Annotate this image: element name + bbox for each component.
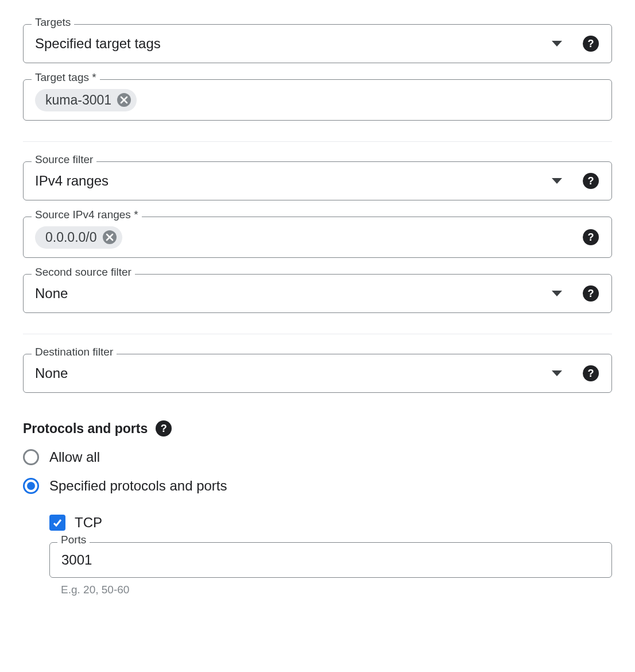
- chevron-down-icon: [552, 291, 562, 296]
- destination-filter-value: None: [35, 365, 548, 381]
- source-filter-select[interactable]: Source filter IPv4 ranges ?: [23, 161, 612, 200]
- help-icon[interactable]: ?: [583, 229, 599, 245]
- protocols-label: Protocols and ports: [23, 421, 148, 437]
- tcp-ports-input[interactable]: Ports 3001: [49, 542, 612, 578]
- source-ranges-label: Source IPv4 ranges *: [32, 209, 142, 220]
- radio-label: Specified protocols and ports: [49, 478, 227, 494]
- chevron-down-icon: [552, 41, 562, 47]
- destination-filter-label: Destination filter: [32, 346, 117, 357]
- radio-label: Allow all: [49, 449, 100, 465]
- help-icon[interactable]: ?: [583, 285, 599, 302]
- radio-icon: [23, 478, 39, 494]
- help-icon[interactable]: ?: [156, 420, 172, 437]
- chip-remove-icon[interactable]: [117, 93, 131, 107]
- help-icon[interactable]: ?: [583, 173, 599, 189]
- targets-label: Targets: [32, 17, 74, 28]
- ports-value: 3001: [61, 552, 92, 568]
- source-ranges-input[interactable]: Source IPv4 ranges * 0.0.0.0/0 ?: [23, 217, 612, 258]
- tcp-label: TCP: [75, 515, 102, 531]
- radio-icon: [23, 449, 39, 465]
- tag-chip: kuma-3001: [35, 89, 137, 111]
- source-filter-value: IPv4 ranges: [35, 173, 548, 189]
- chip-label: 0.0.0.0/0: [45, 230, 97, 245]
- target-tags-input[interactable]: Target tags * kuma-3001: [23, 79, 612, 121]
- second-source-filter-select[interactable]: Second source filter None ?: [23, 274, 612, 313]
- divider: [23, 141, 612, 142]
- targets-select[interactable]: Targets Specified target tags ?: [23, 24, 612, 63]
- target-tags-label: Target tags *: [32, 72, 100, 83]
- destination-filter-select[interactable]: Destination filter None ?: [23, 354, 612, 393]
- chevron-down-icon: [552, 178, 562, 184]
- chip-label: kuma-3001: [45, 92, 111, 108]
- radio-specified[interactable]: Specified protocols and ports: [23, 478, 612, 494]
- source-filter-label: Source filter: [32, 154, 96, 165]
- protocols-section-title: Protocols and ports ?: [23, 420, 612, 437]
- checkbox-icon[interactable]: [49, 515, 65, 531]
- chip-remove-icon[interactable]: [103, 230, 117, 244]
- second-source-filter-value: None: [35, 285, 548, 302]
- ports-label: Ports: [57, 534, 90, 545]
- radio-allow-all[interactable]: Allow all: [23, 449, 612, 465]
- divider: [23, 334, 612, 334]
- tcp-checkbox-row[interactable]: TCP: [49, 515, 612, 531]
- range-chip: 0.0.0.0/0: [35, 226, 122, 249]
- help-icon[interactable]: ?: [583, 36, 599, 52]
- second-source-filter-label: Second source filter: [32, 267, 135, 277]
- chevron-down-icon: [552, 370, 562, 376]
- help-icon[interactable]: ?: [583, 365, 599, 381]
- targets-value: Specified target tags: [35, 36, 548, 52]
- ports-example: E.g. 20, 50-60: [61, 584, 612, 596]
